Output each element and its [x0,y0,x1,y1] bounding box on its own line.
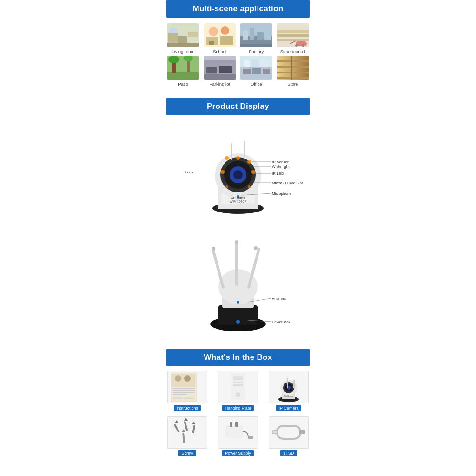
svg-point-94 [212,247,215,251]
svg-point-97 [237,301,239,304]
svg-text:Microphone: Microphone [272,192,291,196]
scene-office-label: Office [251,81,262,86]
svg-marker-133 [182,430,185,432]
scene-factory-label: Factory [249,49,264,54]
svg-rect-69 [231,143,232,160]
svg-rect-38 [204,56,236,60]
scene-school-label: School [213,49,226,54]
inbox-power-supply: Power Supply [217,416,259,456]
instructions-photo [167,371,207,403]
scene-supermarket: Supermarket [276,23,310,54]
camera-front-diagram: SriHome WiFi 1080P IR Sensor White light… [166,120,310,222]
svg-rect-91 [211,248,225,289]
svg-rect-15 [250,28,254,40]
svg-text:Lens: Lens [185,170,193,174]
scene-store: Store [276,56,310,86]
tsd-photo [269,416,309,449]
svg-rect-130 [192,425,195,433]
svg-rect-109 [173,394,187,395]
scene-parking: Parking lot [203,56,237,86]
inbox-row-2: Screw Powe [166,416,310,456]
svg-rect-135 [230,422,232,427]
scenes-row-2: Patio Parking lot [166,56,310,86]
svg-point-104 [175,375,181,382]
svg-rect-123 [293,380,295,388]
svg-rect-42 [252,68,261,74]
svg-point-63 [247,160,251,164]
scene-parking-img [204,56,236,80]
svg-rect-11 [209,41,214,45]
svg-rect-51 [277,72,309,73]
svg-text:MicroSD Card Slot: MicroSD Card Slot [272,181,303,185]
svg-rect-139 [273,431,277,433]
svg-text:IR LED: IR LED [272,172,284,176]
inbox-row-1: Instructions Hanging Plate [166,371,310,411]
svg-point-62 [236,156,240,160]
svg-rect-28 [167,72,199,80]
svg-rect-49 [277,60,309,62]
svg-rect-137 [248,436,253,439]
svg-rect-17 [264,29,271,40]
scene-patio-img [167,56,199,80]
svg-rect-16 [257,32,264,40]
svg-text:SriHome: SriHome [231,196,245,200]
svg-rect-124 [287,378,288,388]
tsd-label: 1TSD [280,450,297,456]
svg-rect-44 [244,60,250,67]
scene-factory: Factory [239,23,273,54]
scene-store-label: Store [288,81,298,86]
svg-rect-128 [184,421,188,431]
svg-rect-18 [240,44,272,47]
svg-text:Power jack: Power jack [272,320,291,324]
svg-rect-107 [173,390,195,391]
svg-rect-108 [173,392,195,393]
svg-point-7 [209,27,218,36]
svg-rect-136 [235,422,238,427]
svg-rect-45 [252,60,258,67]
product-display-header: Product Display [166,98,310,115]
inbox-ip-camera: SriHome IP Camera [268,371,310,411]
svg-point-95 [235,240,238,244]
svg-point-25 [295,44,298,47]
ip-camera-photo: SriHome [269,371,309,403]
inbox-items-container: Instructions Hanging Plate [166,366,310,466]
svg-rect-5 [170,28,177,33]
svg-rect-41 [243,69,251,74]
svg-point-26 [302,44,304,47]
svg-text:SriHome: SriHome [284,395,293,397]
svg-marker-129 [184,418,188,421]
svg-rect-70 [244,141,245,159]
screw-photo [167,416,207,449]
svg-rect-36 [219,66,232,73]
instructions-label: Instructions [174,405,201,411]
scene-living-room: Living room [166,23,200,54]
svg-point-67 [248,185,251,188]
scene-supermarket-label: Supermarket [280,49,305,54]
scene-office: Office [239,56,273,86]
hanging-plate-label: Hanging Plate [222,405,254,411]
scene-school: School [203,23,237,54]
svg-point-30 [168,56,179,63]
svg-marker-127 [175,420,178,423]
product-diagrams: SriHome WiFi 1080P IR Sensor White light… [166,115,310,342]
svg-rect-3 [188,32,198,37]
svg-rect-106 [173,388,195,389]
scene-living-room-label: Living room [172,49,194,54]
svg-point-68 [225,185,228,188]
svg-rect-111 [184,397,194,399]
svg-rect-113 [233,376,243,380]
hanging-plate-photo [218,371,258,403]
svg-rect-10 [220,36,233,45]
scenes-grid: Living room School [166,18,310,91]
svg-rect-140 [299,430,305,434]
svg-rect-126 [173,423,179,432]
svg-marker-131 [192,422,196,424]
scene-office-img [240,56,272,80]
svg-rect-14 [243,30,248,40]
scenes-row-1: Living room School [166,23,310,54]
product-display-section: Product Display [0,98,476,342]
svg-point-88 [236,320,240,324]
svg-rect-92 [235,242,238,286]
svg-text:IR Sensor: IR Sensor [272,160,289,164]
svg-rect-134 [226,426,243,437]
